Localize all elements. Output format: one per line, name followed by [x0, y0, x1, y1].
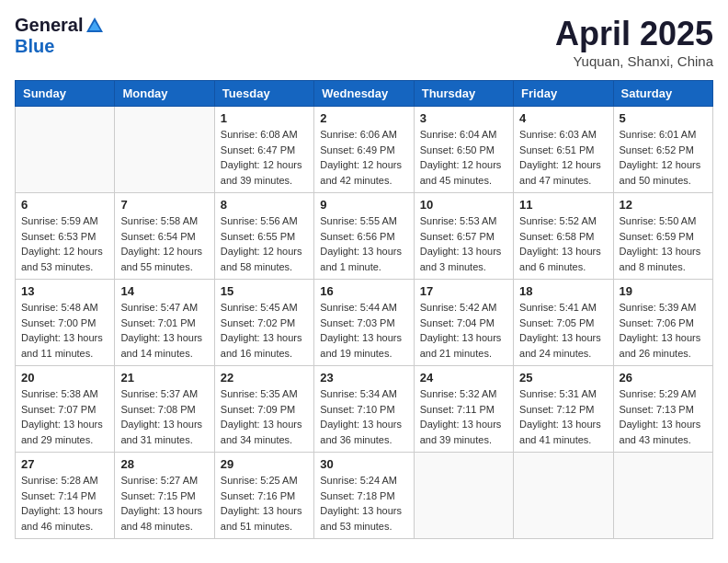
- logo-general: General: [15, 15, 83, 36]
- day-number: 20: [21, 371, 108, 385]
- day-detail: Sunrise: 5:29 AMSunset: 7:13 PMDaylight:…: [620, 386, 707, 447]
- day-info-line: Sunrise: 6:01 AM: [620, 127, 707, 143]
- weekday-header: Wednesday: [314, 81, 414, 107]
- day-number: 24: [420, 371, 507, 385]
- day-number: 3: [420, 111, 507, 125]
- calendar-week-row: 13Sunrise: 5:48 AMSunset: 7:00 PMDayligh…: [16, 280, 713, 366]
- logo: General Blue: [15, 15, 105, 57]
- day-info-line: Daylight: 12 hours and 45 minutes.: [420, 157, 507, 188]
- calendar-week-row: 20Sunrise: 5:38 AMSunset: 7:07 PMDayligh…: [16, 366, 713, 453]
- day-info-line: Sunset: 6:56 PM: [320, 229, 407, 245]
- day-number: 16: [320, 284, 407, 298]
- day-number: 21: [120, 371, 208, 385]
- day-info-line: Sunrise: 5:27 AM: [120, 473, 208, 488]
- calendar-cell: 13Sunrise: 5:48 AMSunset: 7:00 PMDayligh…: [16, 280, 115, 366]
- day-info-line: Sunset: 6:50 PM: [420, 143, 507, 158]
- calendar-cell: 6Sunrise: 5:59 AMSunset: 6:53 PMDaylight…: [16, 193, 115, 280]
- day-info-line: Daylight: 13 hours and 24 minutes.: [519, 330, 607, 361]
- calendar-cell: 20Sunrise: 5:38 AMSunset: 7:07 PMDayligh…: [16, 366, 115, 453]
- day-detail: Sunrise: 5:38 AMSunset: 7:07 PMDaylight:…: [21, 386, 108, 447]
- calendar-cell: 21Sunrise: 5:37 AMSunset: 7:08 PMDayligh…: [115, 366, 214, 453]
- day-number: 14: [120, 284, 208, 298]
- day-detail: Sunrise: 5:42 AMSunset: 7:04 PMDaylight:…: [420, 300, 507, 361]
- day-info-line: Sunrise: 5:25 AM: [221, 473, 308, 488]
- calendar-cell: 25Sunrise: 5:31 AMSunset: 7:12 PMDayligh…: [514, 366, 613, 453]
- calendar-cell: 24Sunrise: 5:32 AMSunset: 7:11 PMDayligh…: [414, 366, 513, 453]
- day-info-line: Daylight: 12 hours and 53 minutes.: [21, 244, 108, 274]
- day-info-line: Sunset: 6:54 PM: [120, 229, 208, 245]
- day-info-line: Sunrise: 5:55 AM: [320, 213, 407, 229]
- day-info-line: Sunset: 6:49 PM: [320, 143, 407, 158]
- day-info-line: Daylight: 12 hours and 50 minutes.: [620, 157, 707, 188]
- day-info-line: Daylight: 12 hours and 58 minutes.: [221, 244, 308, 274]
- day-detail: Sunrise: 5:52 AMSunset: 6:58 PMDaylight:…: [519, 213, 607, 274]
- day-info-line: Daylight: 13 hours and 34 minutes.: [221, 417, 308, 447]
- day-info-line: Sunrise: 5:47 AM: [120, 300, 208, 316]
- day-number: 15: [221, 284, 308, 298]
- day-info-line: Sunrise: 5:34 AM: [320, 386, 407, 402]
- calendar-header-row: SundayMondayTuesdayWednesdayThursdayFrid…: [16, 81, 713, 107]
- day-number: 18: [519, 284, 607, 298]
- day-info-line: Sunset: 6:52 PM: [620, 143, 707, 158]
- day-info-line: Sunrise: 6:04 AM: [420, 127, 507, 143]
- day-info-line: Sunrise: 5:58 AM: [120, 213, 208, 229]
- day-detail: Sunrise: 5:27 AMSunset: 7:15 PMDaylight:…: [120, 473, 208, 534]
- day-number: 22: [221, 371, 308, 385]
- calendar-cell: 19Sunrise: 5:39 AMSunset: 7:06 PMDayligh…: [613, 280, 712, 366]
- calendar-cell: 2Sunrise: 6:06 AMSunset: 6:49 PMDaylight…: [314, 107, 414, 193]
- day-info-line: Sunset: 7:00 PM: [21, 316, 108, 331]
- day-info-line: Sunset: 7:13 PM: [620, 402, 707, 418]
- day-info-line: Daylight: 12 hours and 55 minutes.: [120, 244, 208, 274]
- day-info-line: Sunrise: 5:45 AM: [221, 300, 308, 316]
- day-number: 27: [21, 457, 108, 471]
- weekday-header: Friday: [514, 81, 613, 107]
- day-info-line: Sunrise: 6:03 AM: [519, 127, 607, 143]
- day-detail: Sunrise: 5:53 AMSunset: 6:57 PMDaylight:…: [420, 213, 507, 274]
- day-info-line: Sunrise: 5:50 AM: [620, 213, 707, 229]
- day-info-line: Daylight: 13 hours and 21 minutes.: [420, 330, 507, 361]
- calendar-cell: 30Sunrise: 5:24 AMSunset: 7:18 PMDayligh…: [314, 453, 414, 539]
- day-info-line: Sunset: 7:15 PM: [120, 488, 208, 504]
- day-info-line: Sunrise: 5:32 AM: [420, 386, 507, 402]
- calendar-cell: 11Sunrise: 5:52 AMSunset: 6:58 PMDayligh…: [514, 193, 613, 280]
- day-detail: Sunrise: 5:48 AMSunset: 7:00 PMDaylight:…: [21, 300, 108, 361]
- day-number: 11: [519, 198, 607, 212]
- weekday-header: Sunday: [16, 81, 115, 107]
- calendar-week-row: 6Sunrise: 5:59 AMSunset: 6:53 PMDaylight…: [16, 193, 713, 280]
- day-number: 4: [519, 111, 607, 125]
- day-info-line: Sunrise: 5:56 AM: [221, 213, 308, 229]
- calendar-cell: [414, 453, 513, 539]
- day-info-line: Sunset: 6:58 PM: [519, 229, 607, 245]
- day-info-line: Sunrise: 5:41 AM: [519, 300, 607, 316]
- day-detail: Sunrise: 5:58 AMSunset: 6:54 PMDaylight:…: [120, 213, 208, 274]
- day-detail: Sunrise: 5:44 AMSunset: 7:03 PMDaylight:…: [320, 300, 407, 361]
- calendar-cell: 10Sunrise: 5:53 AMSunset: 6:57 PMDayligh…: [414, 193, 513, 280]
- day-info-line: Daylight: 13 hours and 11 minutes.: [21, 330, 108, 361]
- day-detail: Sunrise: 5:50 AMSunset: 6:59 PMDaylight:…: [620, 213, 707, 274]
- calendar-cell: 3Sunrise: 6:04 AMSunset: 6:50 PMDaylight…: [414, 107, 513, 193]
- calendar-cell: 1Sunrise: 6:08 AMSunset: 6:47 PMDaylight…: [214, 107, 313, 193]
- day-info-line: Sunset: 7:18 PM: [320, 488, 407, 504]
- day-detail: Sunrise: 5:47 AMSunset: 7:01 PMDaylight:…: [120, 300, 208, 361]
- day-detail: Sunrise: 5:34 AMSunset: 7:10 PMDaylight:…: [320, 386, 407, 447]
- day-info-line: Daylight: 13 hours and 39 minutes.: [420, 417, 507, 447]
- calendar-cell: 26Sunrise: 5:29 AMSunset: 7:13 PMDayligh…: [613, 366, 712, 453]
- calendar-cell: 8Sunrise: 5:56 AMSunset: 6:55 PMDaylight…: [214, 193, 313, 280]
- calendar-cell: [613, 453, 712, 539]
- day-info-line: Sunrise: 5:37 AM: [120, 386, 208, 402]
- day-number: 2: [320, 111, 407, 125]
- day-info-line: Sunrise: 5:52 AM: [519, 213, 607, 229]
- calendar-cell: 27Sunrise: 5:28 AMSunset: 7:14 PMDayligh…: [16, 453, 115, 539]
- day-detail: Sunrise: 5:45 AMSunset: 7:02 PMDaylight:…: [221, 300, 308, 361]
- day-detail: Sunrise: 5:41 AMSunset: 7:05 PMDaylight:…: [519, 300, 607, 361]
- day-detail: Sunrise: 5:28 AMSunset: 7:14 PMDaylight:…: [21, 473, 108, 534]
- day-info-line: Daylight: 12 hours and 47 minutes.: [519, 157, 607, 188]
- day-detail: Sunrise: 5:39 AMSunset: 7:06 PMDaylight:…: [620, 300, 707, 361]
- day-info-line: Sunset: 6:47 PM: [221, 143, 308, 158]
- weekday-header: Tuesday: [214, 81, 313, 107]
- page-header: General Blue April 2025 Yuquan, Shanxi, …: [15, 15, 713, 69]
- day-info-line: Sunset: 6:57 PM: [420, 229, 507, 245]
- main-title: April 2025: [555, 15, 713, 53]
- calendar-cell: [16, 107, 115, 193]
- day-detail: Sunrise: 6:03 AMSunset: 6:51 PMDaylight:…: [519, 127, 607, 188]
